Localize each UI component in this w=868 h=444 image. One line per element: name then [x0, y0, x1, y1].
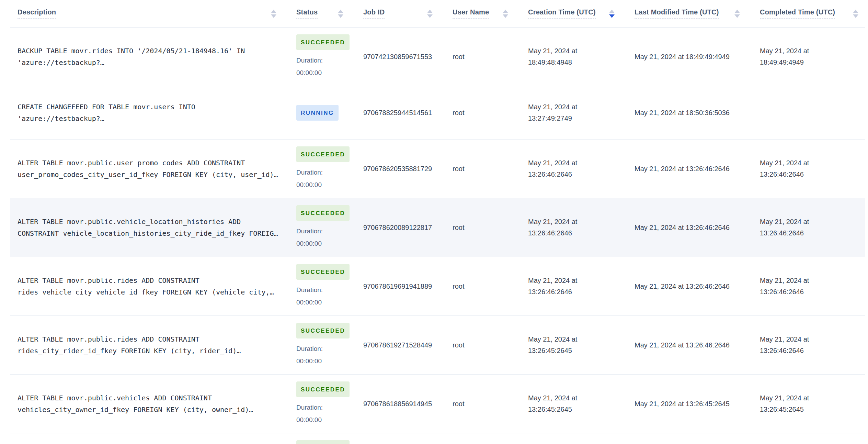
- status-badge: SUCCEEDED: [296, 440, 350, 444]
- status-cell: SUCCEEDED Duration: 00:00:00: [283, 27, 350, 86]
- user-name: root: [439, 100, 515, 125]
- duration-label: Duration:: [296, 166, 350, 179]
- last-modified-time: May 21, 2024 at 13:26:46:2646: [621, 156, 747, 181]
- completed-time: May 21, 2024 at 13:26:46:2646: [747, 327, 865, 363]
- job-description[interactable]: ALTER TABLE movr.public.user_promo_codes…: [10, 150, 283, 187]
- user-name: root: [439, 274, 515, 299]
- status-cell: SUCCEEDED Duration: 00:00:00: [283, 316, 350, 374]
- duration-label: Duration:: [296, 284, 350, 296]
- jobs-table: Description Status Job ID User Name Crea…: [10, 0, 865, 444]
- status-badge: RUNNING: [296, 105, 339, 121]
- duration-value: 00:00:00: [296, 414, 350, 426]
- creation-time: May 21, 2024 at 13:26:46:2646: [515, 151, 621, 187]
- sort-icon[interactable]: [853, 10, 858, 18]
- duration-label: Duration:: [296, 225, 350, 237]
- duration-value: 00:00:00: [296, 355, 350, 367]
- creation-time: May 21, 2024 at 13:26:46:2646: [515, 209, 621, 246]
- table-row[interactable]: BACKUP TABLE movr.rides INTO '/2024/05/2…: [10, 27, 865, 86]
- status-badge: SUCCEEDED: [296, 34, 350, 50]
- last-modified-time: May 21, 2024 at 13:26:45:2645: [621, 391, 747, 417]
- completed-time: May 21, 2024 at 13:26:46:2646: [747, 209, 865, 246]
- column-header-label: Last Modified Time (UTC): [635, 8, 719, 19]
- jobs-table-body: BACKUP TABLE movr.rides INTO '/2024/05/2…: [10, 27, 865, 444]
- column-header-completed-time[interactable]: Completed Time (UTC): [747, 0, 865, 27]
- completed-time: May 21, 2024 at 13:26:46:2646: [747, 268, 865, 304]
- last-modified-time: May 21, 2024 at 13:26:46:2646: [621, 274, 747, 299]
- user-name: root: [439, 44, 515, 69]
- duration-block: Duration: 00:00:00: [296, 284, 350, 309]
- column-header-label: Status: [296, 8, 318, 19]
- creation-time: May 21, 2024 at 13:26:45:2645: [515, 386, 621, 422]
- status-cell: SUCCEEDED Duration: 00:00:00: [283, 198, 350, 257]
- completed-time: May 21, 2024 at 13:26:45:2645: [747, 386, 865, 422]
- duration-label: Duration:: [296, 343, 350, 355]
- sort-icon[interactable]: [734, 10, 740, 18]
- jobs-table-header: Description Status Job ID User Name Crea…: [10, 0, 865, 27]
- column-header-label: Completed Time (UTC): [760, 8, 835, 19]
- status-cell: SUCCEEDED Duration: 00:00:00: [283, 375, 350, 433]
- column-header-label: User Name: [453, 8, 489, 19]
- job-id: 970678825944514561: [350, 100, 439, 125]
- duration-label: Duration:: [296, 401, 350, 414]
- duration-block: Duration: 00:00:00: [296, 343, 350, 367]
- table-row[interactable]: ALTER TABLE movr.public.vehicle_location…: [10, 198, 865, 257]
- table-row[interactable]: CREATE CHANGEFEED FOR TABLE movr.users I…: [10, 86, 865, 140]
- column-header-last-modified-time[interactable]: Last Modified Time (UTC): [621, 0, 747, 27]
- table-row[interactable]: ALTER TABLE movr.public.rides ADD CONSTR…: [10, 257, 865, 316]
- status-cell: SUCCEEDED Duration: 00:00:00: [283, 433, 350, 444]
- job-description[interactable]: ALTER TABLE movr.public.vehicle_location…: [10, 209, 283, 246]
- column-header-label: Description: [18, 8, 56, 19]
- duration-label: Duration:: [296, 54, 350, 67]
- job-id: 970678620089122817: [350, 215, 439, 240]
- job-description[interactable]: ALTER TABLE movr.public.rides ADD CONSTR…: [10, 268, 283, 305]
- job-description[interactable]: ALTER TABLE movr.public.rides ADD CONSTR…: [10, 326, 283, 364]
- column-header-label: Creation Time (UTC): [528, 8, 596, 19]
- job-description[interactable]: ALTER TABLE movr.public.vehicles ADD CON…: [10, 385, 283, 422]
- table-row[interactable]: ALTER TABLE movr.public.rides ADD CONSTR…: [10, 316, 865, 375]
- last-modified-time: May 21, 2024 at 18:50:36:5036: [621, 100, 747, 125]
- sort-icon[interactable]: [338, 10, 343, 18]
- duration-value: 00:00:00: [296, 67, 350, 79]
- creation-time: May 21, 2024 at 18:49:48:4948: [515, 38, 621, 75]
- user-name: root: [439, 391, 515, 417]
- status-badge: SUCCEEDED: [296, 323, 350, 338]
- job-id: 970742130859671553: [350, 44, 439, 69]
- completed-time: May 21, 2024 at 18:49:49:4949: [747, 38, 865, 75]
- last-modified-time: May 21, 2024 at 13:26:46:2646: [621, 333, 747, 358]
- column-header-creation-time[interactable]: Creation Time (UTC): [515, 0, 621, 27]
- column-header-user-name[interactable]: User Name: [439, 0, 515, 27]
- status-cell: SUCCEEDED Duration: 00:00:00: [283, 140, 350, 198]
- duration-block: Duration: 00:00:00: [296, 54, 350, 79]
- sort-icon[interactable]: [271, 10, 276, 18]
- completed-time: May 21, 2024 at 13:26:46:2646: [747, 151, 865, 187]
- column-header-description[interactable]: Description: [10, 0, 283, 27]
- column-header-status[interactable]: Status: [283, 0, 350, 27]
- creation-time: May 21, 2024 at 13:27:49:2749: [515, 95, 621, 131]
- table-row[interactable]: IMPORT INTO movr.public.rides CSV DATA (…: [10, 433, 865, 444]
- sort-icon[interactable]: [503, 10, 508, 18]
- duration-value: 00:00:00: [296, 237, 350, 250]
- duration-value: 00:00:00: [296, 296, 350, 309]
- job-id: 970678618856914945: [350, 391, 439, 417]
- column-header-label: Job ID: [363, 8, 385, 19]
- job-id: 970678620535881729: [350, 156, 439, 181]
- user-name: root: [439, 156, 515, 181]
- duration-block: Duration: 00:00:00: [296, 401, 350, 426]
- user-name: root: [439, 333, 515, 358]
- status-badge: SUCCEEDED: [296, 264, 350, 280]
- job-id: 970678619271528449: [350, 333, 439, 358]
- duration-block: Duration: 00:00:00: [296, 225, 350, 250]
- status-cell: RUNNING: [283, 98, 350, 127]
- job-description[interactable]: CREATE CHANGEFEED FOR TABLE movr.users I…: [10, 94, 283, 131]
- last-modified-time: May 21, 2024 at 13:26:46:2646: [621, 215, 747, 240]
- last-modified-time: May 21, 2024 at 18:49:49:4949: [621, 44, 747, 69]
- table-row[interactable]: ALTER TABLE movr.public.user_promo_codes…: [10, 140, 865, 198]
- status-badge: SUCCEEDED: [296, 146, 350, 162]
- status-cell: SUCCEEDED Duration: 00:00:00: [283, 257, 350, 315]
- sort-icon-active-desc[interactable]: [609, 10, 615, 18]
- job-description[interactable]: BACKUP TABLE movr.rides INTO '/2024/05/2…: [10, 38, 283, 75]
- sort-icon[interactable]: [427, 10, 433, 18]
- column-header-job-id[interactable]: Job ID: [350, 0, 439, 27]
- creation-time: May 21, 2024 at 13:26:45:2645: [515, 327, 621, 363]
- table-row[interactable]: ALTER TABLE movr.public.vehicles ADD CON…: [10, 375, 865, 433]
